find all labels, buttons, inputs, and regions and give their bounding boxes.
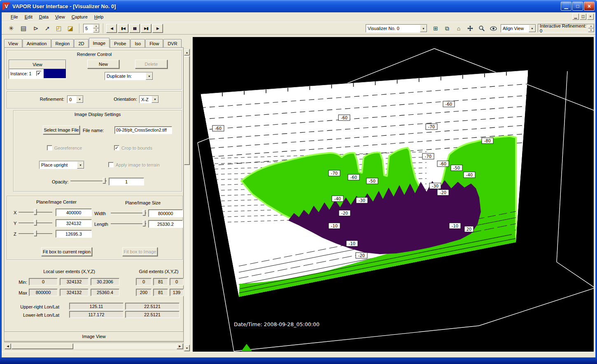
z-center-slider[interactable] xyxy=(19,230,52,236)
georeference-checkbox[interactable] xyxy=(47,145,52,151)
refinement-up-icon[interactable]: ▲ xyxy=(588,24,594,28)
rake-mode-icon[interactable]: ◰ xyxy=(54,23,64,34)
local-max-x: 800000 xyxy=(29,289,58,296)
tab-flow[interactable]: Flow xyxy=(145,39,163,48)
minimize-button[interactable]: ▁ xyxy=(561,2,571,11)
close-button[interactable]: × xyxy=(584,2,595,11)
image-view-section-header[interactable]: Image View xyxy=(4,332,184,341)
play-forward-button[interactable]: ▶ xyxy=(152,24,163,33)
placement-combo[interactable]: Place upright ▼ xyxy=(39,161,84,169)
instance-row[interactable]: Instance: 1 ✔ xyxy=(9,69,66,78)
viewpoint-mode-icon[interactable]: ✳ xyxy=(6,23,16,34)
scroll-left-icon[interactable]: ◀ xyxy=(5,343,11,349)
tile-windows-icon[interactable]: ⊞ xyxy=(431,23,441,33)
refinement-down-icon[interactable]: ▼ xyxy=(588,28,594,32)
mdi-restore-button[interactable]: ◫ xyxy=(580,14,586,20)
y-center-slider[interactable] xyxy=(19,219,52,226)
chevron-down-icon[interactable]: ▼ xyxy=(146,72,153,80)
chevron-down-icon[interactable]: ▼ xyxy=(420,25,427,32)
tab-image[interactable]: Image xyxy=(89,38,110,48)
instance-enabled-checkbox[interactable]: ✔ xyxy=(36,71,42,76)
tab-probe[interactable]: Probe xyxy=(110,39,130,48)
slider-handle[interactable] xyxy=(34,209,37,215)
scroll-right-icon[interactable]: ▶ xyxy=(177,343,183,349)
vertical-scrollbar[interactable]: ▲ ▼ xyxy=(184,49,190,352)
svg-text:-70: -70 xyxy=(425,154,431,159)
mdi-close-button[interactable]: × xyxy=(587,14,594,20)
length-field[interactable]: 25330.2 xyxy=(148,220,183,228)
slider-handle[interactable] xyxy=(142,210,145,216)
x-center-field[interactable]: 400000 xyxy=(56,209,92,216)
chevron-down-icon[interactable]: ▼ xyxy=(77,161,84,169)
menu-help[interactable]: Help xyxy=(91,13,107,21)
duplicate-in-combo[interactable]: Duplicate In: ▼ xyxy=(105,72,153,80)
slider-handle[interactable] xyxy=(34,220,37,225)
scroll-up-icon[interactable]: ▲ xyxy=(184,49,190,56)
tab-animation[interactable]: Animation xyxy=(23,39,51,48)
menu-capture[interactable]: Capture xyxy=(68,13,91,21)
chevron-down-icon[interactable]: ▼ xyxy=(529,25,536,32)
x-center-slider[interactable] xyxy=(19,209,52,215)
image-mode-icon[interactable]: ◪ xyxy=(65,23,76,34)
datetime-label: Date/Time: 2008-09-28_05:00:00 xyxy=(234,321,319,327)
interactive-refinement-spinbox[interactable]: Interactive Refinement: 0 ▲ ▼ xyxy=(538,24,595,32)
tab-view[interactable]: View xyxy=(4,39,22,48)
min-label: Min: xyxy=(7,280,27,285)
menu-file[interactable]: File xyxy=(7,13,21,21)
pause-button[interactable]: ▮▮ xyxy=(129,24,140,33)
home-view-icon[interactable]: ⌂ xyxy=(454,23,464,33)
frame-up-icon[interactable]: ▲ xyxy=(93,24,99,28)
scrollbar-thumb[interactable] xyxy=(12,343,73,349)
width-slider[interactable] xyxy=(111,209,146,216)
width-field[interactable]: 800000 xyxy=(148,209,183,217)
file-name-field[interactable]: 09-28/plt_CrossSection2.tiff xyxy=(114,126,172,134)
z-center-field[interactable]: 12695.3 xyxy=(56,230,92,238)
frame-value[interactable]: 5 xyxy=(84,24,93,32)
frame-down-icon[interactable]: ▼ xyxy=(93,28,99,32)
apply-to-terrain-checkbox[interactable] xyxy=(108,162,114,167)
menu-view[interactable]: View xyxy=(52,13,68,21)
eye-view-icon[interactable] xyxy=(488,23,498,33)
y-center-field[interactable]: 324132 xyxy=(56,219,92,227)
frame-spinbox[interactable]: 5 ▲ ▼ xyxy=(83,24,100,33)
fit-box-image-button[interactable]: Fit box to Image xyxy=(122,247,158,256)
probe-mode-icon[interactable]: ➚ xyxy=(42,23,53,34)
mdi-minimize-button[interactable]: ▁ xyxy=(572,14,579,20)
opacity-field[interactable]: 1 xyxy=(109,178,144,185)
scroll-down-icon[interactable]: ▼ xyxy=(184,345,190,351)
visualizer-canvas[interactable]: -60-60-60-70-80-70-60-50-40-70-60-50-30-… xyxy=(193,37,594,352)
svg-text:-60: -60 xyxy=(445,102,452,107)
maximize-button[interactable]: □ xyxy=(572,2,583,11)
opacity-slider[interactable] xyxy=(70,177,107,184)
align-view-combo[interactable]: Align View ▼ xyxy=(501,24,536,32)
menu-edit[interactable]: Edit xyxy=(21,13,36,21)
length-slider[interactable] xyxy=(111,220,146,227)
tab-dvr[interactable]: DVR xyxy=(163,39,181,48)
horizontal-scrollbar[interactable]: ◀ ▶ xyxy=(4,343,184,350)
region-mode-icon[interactable]: ▤ xyxy=(18,23,29,34)
local-max-y: 324132 xyxy=(60,289,89,296)
slider-handle[interactable] xyxy=(142,220,145,226)
step-back-button[interactable]: ▮◀ xyxy=(118,24,128,33)
delete-instance-button[interactable]: Delete xyxy=(135,60,168,69)
scrollbar-thumb[interactable] xyxy=(184,56,190,165)
visualizer-combo[interactable]: Visualizer No. 0 ▼ xyxy=(366,24,427,32)
new-instance-button[interactable]: New xyxy=(87,60,119,69)
slider-handle[interactable] xyxy=(103,178,105,183)
upper-right-lat: 22.5121 xyxy=(125,303,180,310)
step-forward-button[interactable]: ▶▮ xyxy=(141,24,152,33)
tab-region[interactable]: Region xyxy=(51,39,74,48)
crop-to-bounds-checkbox[interactable]: ✔ xyxy=(114,145,119,151)
tab-2d[interactable]: 2D xyxy=(74,39,88,48)
fit-box-region-button[interactable]: Fit box to current region xyxy=(41,247,92,256)
tab-iso[interactable]: Iso xyxy=(131,39,145,48)
play-reverse-button[interactable]: ◀ xyxy=(106,24,117,33)
copy-icon[interactable]: ⧉ xyxy=(442,23,452,33)
select-image-file-button[interactable]: Select Image File xyxy=(43,125,80,134)
menu-data[interactable]: Data xyxy=(36,13,52,21)
animation-mode-icon[interactable]: ⊳ xyxy=(30,23,41,34)
move-view-icon[interactable] xyxy=(465,23,475,33)
magnify-icon[interactable] xyxy=(477,23,487,33)
slider-handle[interactable] xyxy=(34,230,37,236)
titlebar[interactable]: V VAPOR User Interface - [Visualizer No.… xyxy=(0,0,597,12)
